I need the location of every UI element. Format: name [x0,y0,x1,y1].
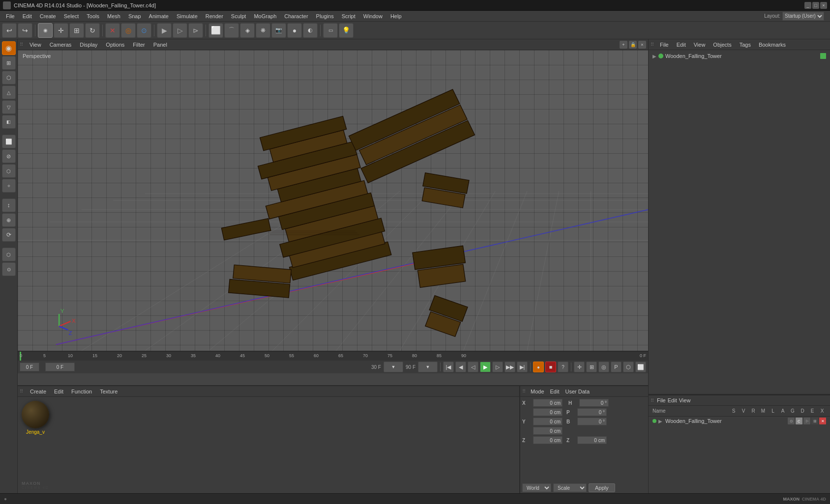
menu-mesh[interactable]: Mesh [103,12,124,20]
mode-object[interactable]: ◉ [2,41,16,55]
current-frame-input[interactable] [20,363,39,371]
parent-axis[interactable]: ⊙ [137,23,151,38]
mode-polygon[interactable]: ⬡ [2,71,16,84]
obj-tag-x[interactable]: ✕ [819,418,826,424]
obj-tag-3[interactable]: ▷ [803,418,810,424]
obj-tag-1[interactable]: ⊙ [788,418,795,424]
redo-button[interactable]: ↪ [18,23,32,38]
tool-rotate[interactable]: ⟳ [2,228,16,242]
menu-simulate[interactable]: Simulate [173,12,202,20]
viewport-3d[interactable]: Perspective [18,50,648,351]
timeline-track[interactable] [18,373,648,385]
go-start-btn[interactable]: |◀ [443,362,454,372]
om-menu-edit[interactable]: Edit [674,41,689,48]
move-tool[interactable]: ✛ [54,23,68,38]
tl-btn2[interactable]: ⊞ [586,362,597,372]
om-bottom-edit[interactable]: Edit [668,397,677,403]
attr-y-size[interactable] [533,427,563,435]
mode-edge[interactable]: △ [2,85,16,99]
attr-x-rot[interactable] [579,399,609,407]
deformer-btn[interactable]: ❋ [256,23,270,38]
vp-icon-close[interactable]: × [638,41,646,49]
select-poly[interactable]: ⟡ [2,179,16,193]
tl-btn4[interactable]: P [611,362,622,372]
nurbs-btn[interactable]: ⌒ [224,23,239,38]
current-frame-display[interactable] [45,363,75,371]
menu-file[interactable]: File [2,12,19,20]
menu-mograph[interactable]: MoGraph [250,12,280,20]
attr-type-dropdown[interactable]: Scale Position Rotation [553,483,587,492]
model-tool[interactable]: ◉ [38,23,53,38]
mat-menu-function[interactable]: Function [68,388,95,395]
camera-btn[interactable]: 📷 [271,23,286,38]
floor-btn[interactable]: ▭ [323,23,338,38]
material-btn[interactable]: ◐ [303,23,318,38]
play-back-btn[interactable]: ◀ [455,362,466,372]
tl-btn5[interactable]: ⬡ [623,362,634,372]
menu-help[interactable]: Help [386,12,406,20]
stop-btn[interactable]: ■ [545,362,556,372]
obj-visibility-dot[interactable] [658,54,663,58]
mat-menu-edit[interactable]: Edit [51,388,66,395]
om-menu-view[interactable]: View [691,41,709,48]
vp-menu-cameras[interactable]: Cameras [46,41,76,48]
play-btn[interactable]: ▶ [480,362,491,372]
menu-animate[interactable]: Animate [145,12,173,20]
menu-window[interactable]: Window [359,12,386,20]
close-button[interactable]: × [820,2,827,9]
om-bottom-view[interactable]: View [679,397,691,403]
om-bottom-file[interactable]: File [657,397,666,403]
vp-menu-filter[interactable]: Filter [129,41,148,48]
tool-extra2[interactable]: ⊙ [2,262,16,276]
menu-render[interactable]: Render [202,12,227,20]
tool-move[interactable]: ↕ [2,198,16,212]
tool-extra1[interactable]: ⬡ [2,248,16,261]
spline-btn[interactable]: ◈ [240,23,255,38]
fps-input[interactable]: ▼ [384,362,403,372]
select-model[interactable]: ⬜ [2,135,16,148]
select-rect[interactable]: ⊘ [2,149,16,163]
attr-z-size[interactable] [577,436,607,444]
cube-btn[interactable]: ⬜ [208,23,223,38]
record-btn[interactable]: ● [533,362,544,372]
obj-list-item-tower[interactable]: ▶ Wooden_Falling_Tower ⊙ C ▷ ⊞ ✕ [649,417,830,425]
tool-scale[interactable]: ⊕ [2,213,16,227]
om-menu-bookmarks[interactable]: Bookmarks [756,41,789,48]
obj-tag-4[interactable]: ⊞ [811,418,818,424]
menu-create[interactable]: Create [36,12,60,20]
apply-button[interactable]: Apply [589,483,615,492]
om-menu-objects[interactable]: Objects [710,41,734,48]
select-live[interactable]: ⬡ [2,164,16,178]
obj-tag-2[interactable]: C [796,418,802,424]
mode-uvw[interactable]: ◧ [2,115,16,129]
minimize-button[interactable]: _ [804,2,811,9]
material-preview-ball[interactable] [22,401,49,428]
render-region[interactable]: ▷ [173,23,187,38]
vp-menu-panel[interactable]: Panel [149,41,171,48]
menu-edit[interactable]: Edit [19,12,36,20]
object-axis[interactable]: ✕ [105,23,120,38]
attr-mode-btn[interactable]: Mode [528,388,547,395]
menu-tools[interactable]: Tools [83,12,103,20]
key-btn[interactable]: ? [558,362,568,372]
mode-point[interactable]: ▽ [2,100,16,114]
vp-menu-view[interactable]: View [26,41,45,48]
layout-dropdown[interactable]: Startup (User) [782,12,824,21]
attr-edit-btn[interactable]: Edit [547,388,563,395]
play-fwd2-btn[interactable]: ▶▶ [504,362,515,372]
om-menu-file[interactable]: File [657,41,672,48]
attr-y-pos[interactable] [533,418,563,425]
rotate-tool[interactable]: ↻ [85,23,100,38]
vp-icon-lock[interactable]: 🔒 [629,41,637,49]
render-settings[interactable]: ⊳ [188,23,203,38]
render-view[interactable]: ▶ [157,23,172,38]
om-menu-tags[interactable]: Tags [737,41,754,48]
attr-y-rot[interactable] [577,418,607,425]
menu-plugins[interactable]: Plugins [312,12,338,20]
menu-sculpt[interactable]: Sculpt [227,12,250,20]
window-controls[interactable]: _ □ × [804,2,827,9]
world-axis[interactable]: ◎ [121,23,136,38]
end-frame-input[interactable]: ▼ [418,362,438,372]
play-fwd-btn[interactable]: ▷ [492,362,503,372]
obj-item-tower[interactable]: ▶ Wooden_Falling_Tower [651,52,828,60]
